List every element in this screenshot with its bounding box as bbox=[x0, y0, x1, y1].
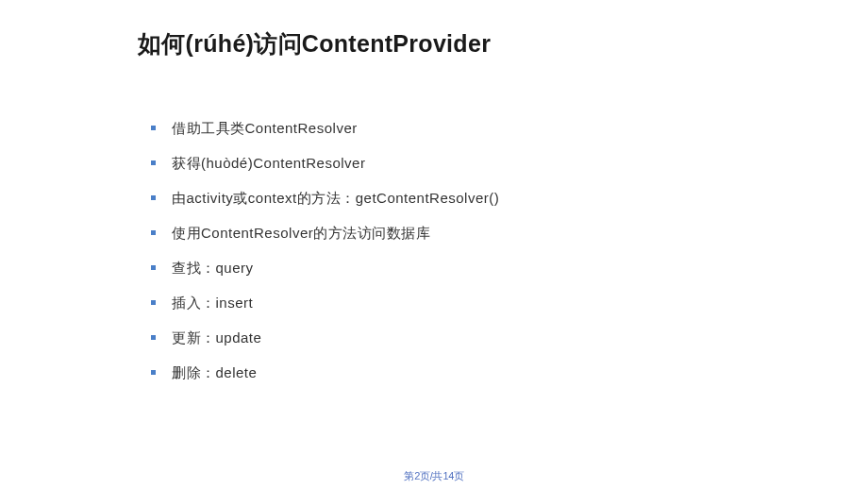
page-footer: 第 2页/共 14页 bbox=[0, 469, 868, 483]
list-item: 更新：update bbox=[151, 328, 868, 347]
bullet-list: 借助工具类ContentResolver 获得(huòdé)ContentRes… bbox=[138, 118, 868, 382]
page-title: 如何(rúhé)访问ContentProvider bbox=[138, 28, 868, 59]
page-number: 第 2页/共 14页 bbox=[404, 470, 464, 481]
list-item: 由activity或context的方法：getContentResolver(… bbox=[151, 188, 868, 208]
list-item: 借助工具类ContentResolver bbox=[151, 118, 868, 138]
list-item: 插入：insert bbox=[151, 293, 868, 312]
list-item: 使用ContentResolver的方法访问数据库 bbox=[151, 223, 868, 243]
list-item: 删除：delete bbox=[151, 363, 868, 382]
slide-container: 如何(rúhé)访问ContentProvider 借助工具类ContentRe… bbox=[0, 0, 868, 489]
list-item: 获得(huòdé)ContentResolver bbox=[151, 153, 868, 173]
list-item: 查找：query bbox=[151, 258, 868, 278]
